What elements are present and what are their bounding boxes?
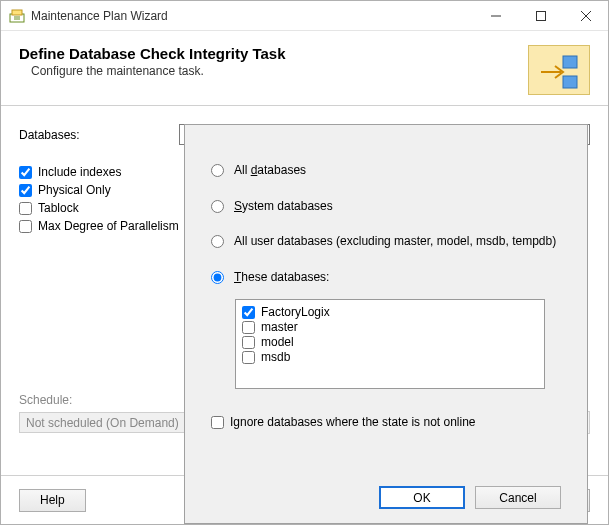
db-item-factorylogix[interactable]: FactoryLogix — [242, 305, 538, 319]
database-list[interactable]: FactoryLogix master model msdb — [235, 299, 545, 389]
opt-user-label: All user databases (excluding master, mo… — [234, 234, 561, 250]
opt-user-databases[interactable]: All user databases (excluding master, mo… — [211, 234, 561, 250]
close-button[interactable] — [563, 1, 608, 30]
help-button[interactable]: Help — [19, 489, 86, 512]
popup-ok-label: OK — [413, 491, 430, 505]
db-item-msdb[interactable]: msdb — [242, 350, 538, 364]
db-item-label: master — [261, 320, 298, 334]
opt-all-radio[interactable] — [211, 164, 224, 177]
opt-system-radio[interactable] — [211, 200, 224, 213]
popup-cancel-button[interactable]: Cancel — [475, 486, 561, 509]
ignore-offline-label: Ignore databases where the state is not … — [230, 415, 476, 429]
wizard-window: Maintenance Plan Wizard Define Database … — [0, 0, 609, 525]
opt-these-databases[interactable]: These databases: — [211, 270, 561, 286]
ignore-offline-option[interactable]: Ignore databases where the state is not … — [211, 415, 561, 429]
database-selector-popup: All databases System databases All user … — [184, 124, 588, 524]
app-icon — [9, 8, 25, 24]
max-dop-label: Max Degree of Parallelism — [38, 219, 179, 233]
opt-these-label: These databases: — [234, 270, 561, 286]
svg-rect-1 — [12, 10, 22, 15]
page-title: Define Database Check Integrity Task — [19, 45, 528, 62]
opt-user-radio[interactable] — [211, 235, 224, 248]
tablock-checkbox[interactable] — [19, 202, 32, 215]
db-item-model-checkbox[interactable] — [242, 336, 255, 349]
wizard-header: Define Database Check Integrity Task Con… — [1, 31, 608, 105]
ignore-offline-checkbox[interactable] — [211, 416, 224, 429]
opt-these-radio[interactable] — [211, 271, 224, 284]
wizard-illustration — [528, 45, 590, 95]
help-button-label: Help — [40, 493, 65, 507]
page-subtitle: Configure the maintenance task. — [31, 64, 528, 78]
physical-only-checkbox[interactable] — [19, 184, 32, 197]
opt-all-label: All databases — [234, 163, 561, 179]
schedule-value: Not scheduled (On Demand) — [26, 416, 179, 430]
max-dop-checkbox[interactable] — [19, 220, 32, 233]
db-item-master[interactable]: master — [242, 320, 538, 334]
popup-cancel-label: Cancel — [499, 491, 536, 505]
opt-all-databases[interactable]: All databases — [211, 163, 561, 179]
include-indexes-label: Include indexes — [38, 165, 121, 179]
databases-label: Databases: — [19, 128, 179, 142]
physical-only-label: Physical Only — [38, 183, 111, 197]
window-title: Maintenance Plan Wizard — [31, 9, 473, 23]
minimize-button[interactable] — [473, 1, 518, 30]
db-item-model[interactable]: model — [242, 335, 538, 349]
db-item-label: msdb — [261, 350, 290, 364]
svg-rect-2 — [536, 11, 545, 20]
tablock-label: Tablock — [38, 201, 79, 215]
titlebar: Maintenance Plan Wizard — [1, 1, 608, 31]
opt-system-databases[interactable]: System databases — [211, 199, 561, 215]
db-item-label: FactoryLogix — [261, 305, 330, 319]
db-item-label: model — [261, 335, 294, 349]
popup-ok-button[interactable]: OK — [379, 486, 465, 509]
svg-rect-5 — [563, 76, 577, 88]
db-item-factorylogix-checkbox[interactable] — [242, 306, 255, 319]
svg-rect-4 — [563, 56, 577, 68]
db-item-master-checkbox[interactable] — [242, 321, 255, 334]
close-icon — [581, 11, 591, 21]
maximize-icon — [536, 11, 546, 21]
db-item-msdb-checkbox[interactable] — [242, 351, 255, 364]
maximize-button[interactable] — [518, 1, 563, 30]
opt-system-label: System databases — [234, 199, 561, 215]
include-indexes-checkbox[interactable] — [19, 166, 32, 179]
minimize-icon — [491, 11, 501, 21]
